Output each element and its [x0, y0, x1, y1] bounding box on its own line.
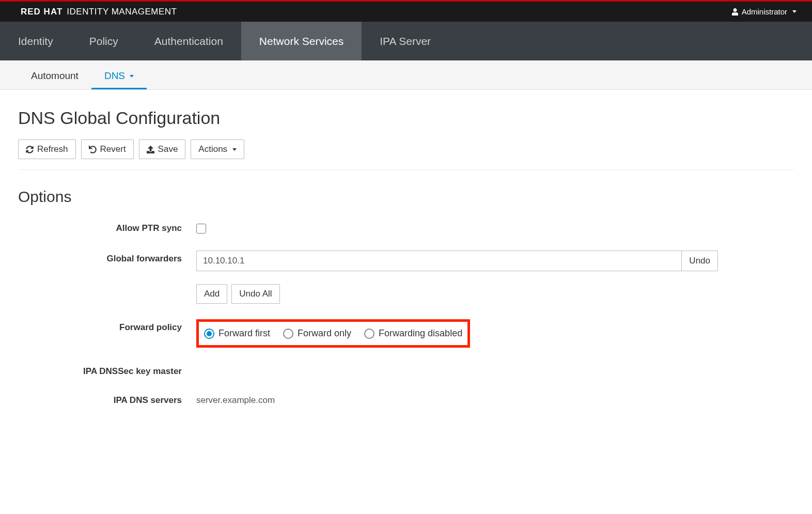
radio-icon — [204, 329, 214, 339]
radio-icon — [283, 329, 293, 339]
refresh-button[interactable]: Refresh — [18, 139, 76, 159]
field-dns-servers: IPA DNS servers server.example.com — [18, 392, 794, 406]
revert-button[interactable]: Revert — [81, 139, 134, 159]
chevron-down-icon — [130, 75, 134, 77]
radio-forward-only[interactable]: Forward only — [283, 328, 351, 339]
ptr-sync-label: Allow PTR sync — [18, 220, 196, 233]
forward-policy-label: Forward policy — [18, 319, 196, 333]
content-area: DNS Global Configuration Refresh Revert … — [0, 90, 812, 434]
dns-servers-label: IPA DNS servers — [18, 392, 196, 406]
nav-policy[interactable]: Policy — [71, 22, 136, 60]
refresh-icon — [26, 146, 34, 153]
radio-icon — [364, 329, 374, 339]
brand-bold: RED HAT — [21, 7, 63, 17]
undo-button[interactable]: Undo — [681, 251, 718, 271]
chevron-down-icon — [232, 148, 237, 151]
nav-ipa-server[interactable]: IPA Server — [362, 22, 449, 60]
undo-all-button[interactable]: Undo All — [231, 284, 279, 304]
save-label: Save — [158, 144, 178, 154]
section-title: Options — [18, 188, 794, 206]
forwarders-input[interactable] — [196, 251, 682, 271]
forwarders-label: Global forwarders — [18, 251, 196, 264]
radio-label-forward-only: Forward only — [298, 328, 351, 339]
revert-label: Revert — [100, 144, 126, 154]
toolbar: Refresh Revert Save Actions — [18, 139, 794, 170]
nav-network-services[interactable]: Network Services — [241, 22, 362, 60]
page-title: DNS Global Configuration — [18, 108, 794, 128]
field-global-forwarders: Global forwarders Undo Add Undo All — [18, 251, 794, 304]
save-button[interactable]: Save — [139, 139, 186, 159]
upload-icon — [147, 146, 154, 153]
subnav-dns-label: DNS — [104, 70, 125, 81]
primary-nav: Identity Policy Authentication Network S… — [0, 22, 812, 60]
radio-forward-first[interactable]: Forward first — [204, 328, 270, 339]
chevron-down-icon — [792, 10, 797, 13]
revert-icon — [89, 146, 97, 153]
refresh-label: Refresh — [37, 144, 68, 154]
ptr-sync-checkbox[interactable] — [196, 224, 206, 233]
subnav-automount[interactable]: Automount — [18, 63, 91, 89]
user-label: Administrator — [742, 7, 787, 16]
user-icon — [731, 8, 739, 15]
nav-identity[interactable]: Identity — [0, 22, 71, 60]
radio-label-forwarding-disabled: Forwarding disabled — [379, 328, 462, 339]
actions-label: Actions — [198, 144, 227, 154]
field-forward-policy: Forward policy Forward first Forward onl… — [18, 319, 794, 348]
radio-label-forward-first: Forward first — [218, 328, 270, 339]
field-ptr-sync: Allow PTR sync — [18, 220, 794, 235]
forward-policy-highlight: Forward first Forward only Forwarding di… — [196, 319, 470, 348]
dnssec-value — [196, 363, 718, 366]
subnav-dns[interactable]: DNS — [91, 63, 147, 89]
dnssec-label: IPA DNSSec key master — [18, 363, 196, 377]
dns-servers-value: server.example.com — [196, 392, 718, 406]
masthead: RED HAT IDENTITY MANAGEMENT Administrato… — [0, 0, 812, 22]
brand-logo: RED HAT IDENTITY MANAGEMENT — [21, 7, 177, 17]
field-dnssec-master: IPA DNSSec key master — [18, 363, 794, 377]
brand-suffix: IDENTITY MANAGEMENT — [67, 7, 177, 17]
radio-forwarding-disabled[interactable]: Forwarding disabled — [364, 328, 462, 339]
add-button[interactable]: Add — [196, 284, 227, 304]
user-dropdown[interactable]: Administrator — [731, 7, 797, 16]
nav-authentication[interactable]: Authentication — [136, 22, 241, 60]
actions-button[interactable]: Actions — [191, 139, 244, 159]
secondary-nav: Automount DNS — [0, 60, 812, 90]
